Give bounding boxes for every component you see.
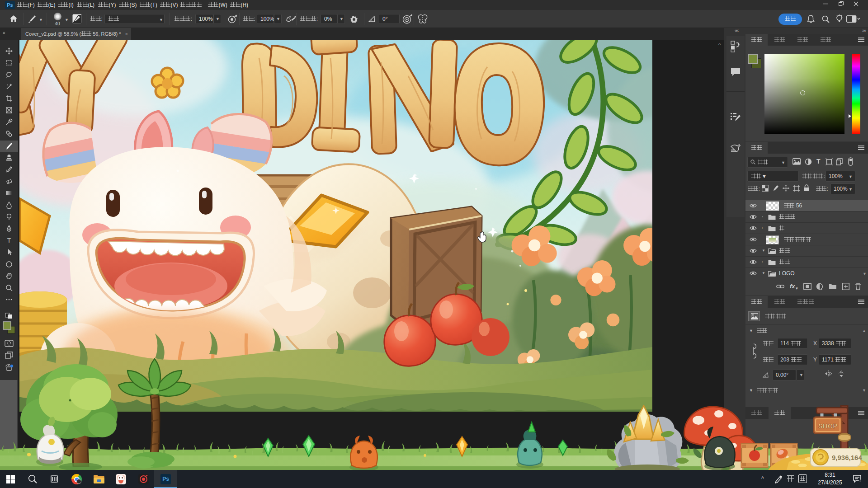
svg-text:9,936,164: 9,936,164 xyxy=(832,454,862,461)
svg-text:SHOP: SHOP xyxy=(818,422,838,430)
svg-text:T: T xyxy=(7,237,11,244)
